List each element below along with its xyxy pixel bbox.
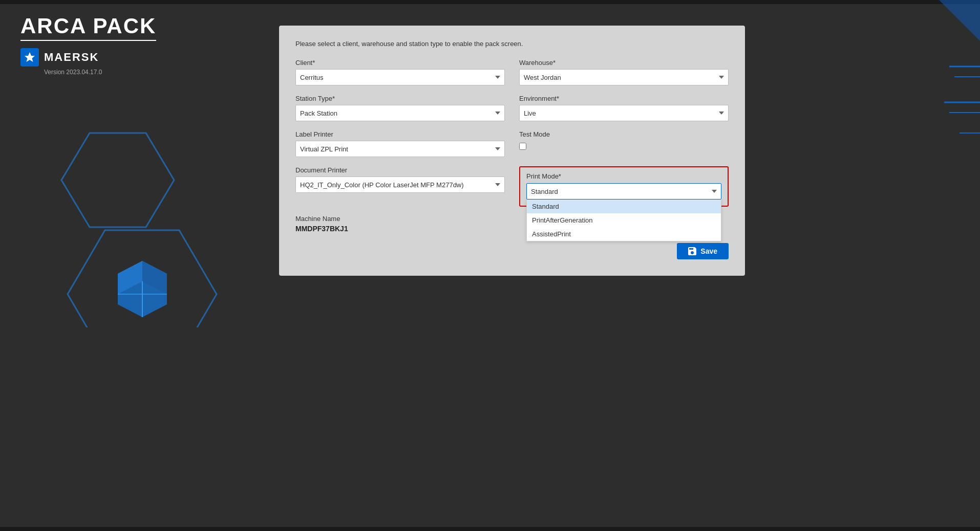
app-title: ARCA PACK	[20, 15, 156, 37]
hexagons-svg	[15, 123, 251, 327]
star-svg	[24, 51, 36, 63]
save-button[interactable]: Save	[677, 243, 729, 259]
print-mode-field: Print Mode* Standard PrintAfterGeneratio…	[519, 166, 729, 207]
test-mode-label: Test Mode	[519, 130, 729, 138]
label-printer-label: Label Printer	[295, 130, 505, 138]
settings-dialog: Please select a client, warehouse and st…	[279, 26, 745, 276]
print-mode-select-wrapper: Standard PrintAfterGeneration AssistedPr…	[526, 183, 721, 200]
form-grid: Client* Cerritus Warehouse* West Jordan …	[295, 59, 729, 207]
warehouse-field: Warehouse* West Jordan	[519, 59, 729, 85]
version-text: Version 2023.04.17.0	[44, 69, 156, 76]
dropdown-item-standard[interactable]: Standard	[527, 200, 721, 213]
save-button-row: Save	[295, 243, 729, 259]
dialog-intro-text: Please select a client, warehouse and st…	[295, 40, 729, 48]
client-label: Client*	[295, 59, 505, 67]
environment-label: Environment*	[519, 95, 729, 102]
print-mode-label: Print Mode*	[526, 172, 721, 180]
warehouse-select[interactable]: West Jordan	[519, 69, 729, 85]
test-mode-checkbox-row	[519, 143, 729, 150]
label-printer-field: Label Printer Virtual ZPL Print	[295, 130, 505, 157]
dropdown-item-assisted-print[interactable]: AssistedPrint	[527, 227, 721, 241]
hex-decoration	[15, 123, 251, 329]
document-printer-field: Document Printer HQ2_IT_Only_Color (HP C…	[295, 166, 505, 207]
document-printer-select[interactable]: HQ2_IT_Only_Color (HP Color LaserJet MFP…	[295, 176, 505, 193]
test-mode-checkbox[interactable]	[519, 143, 526, 150]
print-mode-dropdown-list: Standard PrintAfterGeneration AssistedPr…	[526, 200, 721, 241]
svg-marker-1	[61, 133, 174, 227]
maersk-logo-icon	[20, 48, 39, 67]
brand-row: MAERSK	[20, 48, 156, 67]
bottom-bar	[0, 527, 980, 531]
document-printer-label: Document Printer	[295, 166, 505, 174]
warehouse-label: Warehouse*	[519, 59, 729, 67]
environment-field: Environment* Live	[519, 95, 729, 121]
corner-accent	[939, 0, 980, 41]
label-printer-select[interactable]: Virtual ZPL Print	[295, 141, 505, 157]
station-type-field: Station Type* Pack Station	[295, 95, 505, 121]
save-button-label: Save	[700, 247, 717, 255]
client-select[interactable]: Cerritus	[295, 69, 505, 85]
svg-marker-0	[25, 52, 35, 62]
environment-select[interactable]: Live	[519, 105, 729, 121]
client-field: Client* Cerritus	[295, 59, 505, 85]
station-type-label: Station Type*	[295, 95, 505, 102]
dropdown-item-print-after-gen[interactable]: PrintAfterGeneration	[527, 213, 721, 227]
title-underline	[20, 40, 156, 41]
top-bar	[0, 0, 980, 4]
print-mode-select[interactable]: Standard PrintAfterGeneration AssistedPr…	[526, 183, 721, 200]
brand-name: MAERSK	[44, 51, 99, 64]
station-type-select[interactable]: Pack Station	[295, 105, 505, 121]
logo-area: ARCA PACK MAERSK Version 2023.04.17.0	[20, 15, 156, 76]
accent-lines-svg	[944, 51, 980, 153]
print-mode-section: Print Mode* Standard PrintAfterGeneratio…	[519, 166, 729, 207]
save-icon	[688, 247, 696, 255]
test-mode-field: Test Mode	[519, 130, 729, 157]
